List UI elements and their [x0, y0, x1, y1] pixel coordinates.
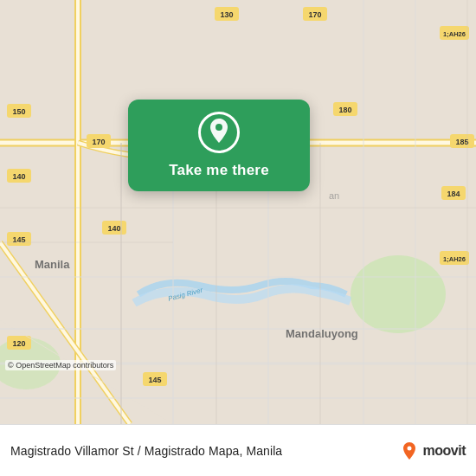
svg-point-56	[215, 124, 222, 131]
moovit-pin-icon	[399, 441, 420, 461]
svg-text:1;AH26: 1;AH26	[443, 30, 466, 38]
svg-text:1;AH26: 1;AH26	[443, 255, 466, 263]
svg-text:140: 140	[12, 172, 25, 181]
svg-text:150: 150	[12, 107, 25, 116]
svg-text:130: 130	[220, 10, 233, 19]
location-popup: Take me there	[128, 100, 310, 191]
svg-text:an: an	[329, 190, 339, 201]
svg-text:120: 120	[12, 339, 25, 348]
svg-text:Mandaluyong: Mandaluyong	[286, 327, 358, 340]
take-me-there-button[interactable]: Take me there	[169, 162, 269, 179]
moovit-logo: moovit	[399, 441, 466, 461]
svg-text:184: 184	[447, 190, 460, 198]
bottom-bar: Magistrado Villamor St / Magistrado Mapa…	[0, 424, 476, 476]
map-credit: © OpenStreetMap contributors	[5, 360, 116, 370]
moovit-brand-label: moovit	[423, 443, 466, 459]
svg-text:170: 170	[308, 10, 321, 19]
location-label: Magistrado Villamor St / Magistrado Mapa…	[10, 444, 399, 458]
location-pin-icon	[207, 119, 231, 146]
svg-text:140: 140	[107, 224, 120, 233]
pin-icon-wrapper	[198, 112, 240, 153]
svg-point-1	[351, 255, 446, 333]
svg-text:Manila: Manila	[35, 258, 70, 271]
svg-point-57	[407, 446, 411, 450]
svg-text:180: 180	[338, 106, 351, 114]
map-view[interactable]: 130 170 150 170 140 140 145 180 185 184 …	[0, 0, 476, 424]
svg-text:145: 145	[148, 376, 161, 384]
svg-text:170: 170	[92, 138, 105, 146]
svg-text:185: 185	[455, 138, 468, 146]
